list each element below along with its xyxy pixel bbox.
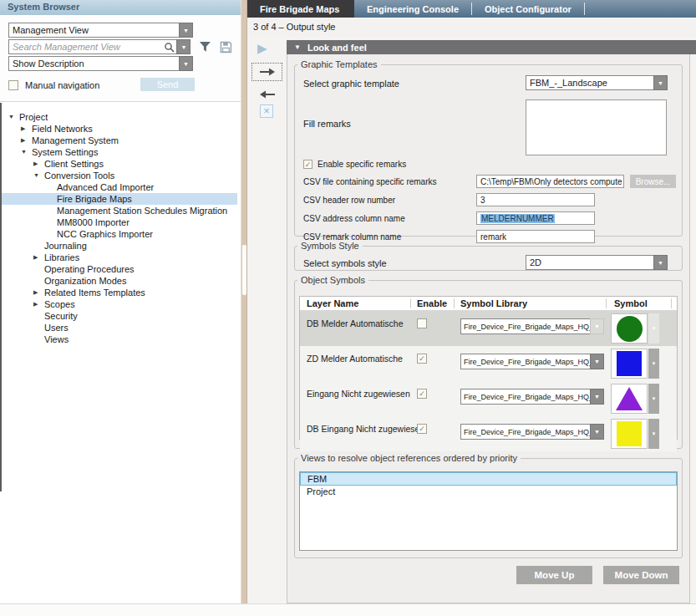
tree-item-operating-procedures[interactable]: Operating Procedures	[0, 263, 237, 275]
show-description-dropdown[interactable]: Show Description ▼	[8, 56, 193, 71]
arrow-right-icon	[259, 68, 276, 76]
chevron-down-icon[interactable]: ▼	[653, 255, 668, 270]
chevron-down-icon[interactable]: ▼	[179, 56, 193, 71]
symbol-preview[interactable]	[611, 419, 648, 449]
csv-header-value: 3	[480, 196, 485, 205]
search-input[interactable]: Search Management View ▼	[8, 39, 191, 54]
look-and-feel-section-header[interactable]: ▼ Look and feel	[287, 40, 696, 54]
tree-collapsed-icon[interactable]: ▶	[33, 298, 44, 310]
tree-item-advanced-cad-importer[interactable]: Advanced Cad Importer	[0, 181, 237, 193]
column-separator	[410, 298, 411, 308]
chevron-down-icon[interactable]: ▼	[653, 75, 668, 90]
symbol-row-db-melder-automatische[interactable]: DB Melder AutomatischeFire_Device_Fire_B…	[300, 311, 677, 346]
tab-fire-brigade-maps[interactable]: Fire Brigade Maps	[247, 0, 354, 18]
symbol-dropdown-button[interactable]: ▼	[648, 313, 659, 344]
tree-item-conversion-tools[interactable]: ▼Conversion Tools	[0, 170, 237, 181]
tree-expanded-icon[interactable]: ▼	[21, 146, 32, 158]
tree-item-security[interactable]: Security	[0, 310, 237, 322]
tree-item-label: Field Networks	[32, 123, 93, 135]
management-view-dropdown[interactable]: Management View ▼	[8, 23, 193, 38]
enable-checkbox[interactable]	[417, 318, 427, 328]
manual-navigation-checkbox[interactable]	[8, 80, 18, 90]
column-header-layer-name: Layer Name	[307, 298, 358, 308]
move-down-button[interactable]: Move Down	[603, 566, 679, 584]
tree-item-fire-brigade-maps[interactable]: Fire Brigade Maps	[0, 193, 237, 205]
tree-item-ncc-graphics-importer[interactable]: NCC Graphics Importer	[0, 228, 237, 240]
view-list-item-fbm[interactable]: FBM	[300, 472, 677, 486]
tree-collapsed-icon[interactable]: ▶	[21, 123, 32, 135]
graphic-templates-legend: Graphic Templates	[297, 59, 381, 69]
symbols-style-group: Symbols Style Select symbols style 2D ▼	[294, 241, 683, 271]
view-list-item-project[interactable]: Project	[300, 486, 677, 499]
column-header-symbol: Symbol	[614, 298, 648, 308]
enable-checkbox[interactable]	[417, 354, 427, 364]
enable-checkbox[interactable]	[417, 389, 427, 399]
close-icon[interactable]: ×	[260, 104, 273, 118]
symbol-dropdown-button[interactable]: ▼	[648, 349, 659, 379]
symbol-preview[interactable]	[611, 384, 648, 414]
tree-item-journaling[interactable]: Journaling	[0, 240, 237, 252]
csv-header-input[interactable]: 3	[476, 193, 595, 206]
search-field[interactable]: Search Management View	[8, 39, 176, 54]
csv-address-label: CSV address column name	[303, 214, 405, 223]
tree-item-views[interactable]: Views	[0, 333, 237, 345]
enable-remarks-checkbox[interactable]	[303, 160, 312, 169]
symbol-library-dropdown[interactable]: Fire_Device_Fire_Brigade_Maps_HQ_1▼	[460, 424, 604, 440]
tree-item-organization-modes[interactable]: Organization Modes	[0, 275, 237, 287]
chevron-down-icon[interactable]: ▼	[176, 39, 191, 54]
chevron-down-icon[interactable]: ▼	[590, 424, 604, 440]
tree-item-users[interactable]: Users	[0, 322, 237, 333]
csv-file-input[interactable]: C:\Temp\FBM\Only detectors compute min a…	[476, 175, 624, 188]
splitter-scrollbar-thumb[interactable]	[242, 245, 246, 295]
tree-item-field-networks[interactable]: ▶Field Networks	[0, 123, 237, 135]
tree-collapsed-icon[interactable]: ▶	[33, 158, 44, 170]
tree-expanded-icon[interactable]: ▼	[33, 170, 44, 181]
tree-item-libraries[interactable]: ▶Libraries	[0, 252, 237, 263]
enable-checkbox[interactable]	[417, 424, 427, 434]
move-up-button[interactable]: Move Up	[516, 566, 592, 584]
tree-item-scopes[interactable]: ▶Scopes	[0, 298, 237, 310]
save-icon[interactable]	[220, 41, 232, 53]
tree-expanded-icon[interactable]: ▼	[8, 111, 19, 123]
symbol-row-zd-melder-automatische[interactable]: ZD Melder AutomatischeFire_Device_Fire_B…	[300, 346, 677, 381]
tree-item-client-settings[interactable]: ▶Client Settings	[0, 158, 237, 170]
tab-engineering-console[interactable]: Engineering Console	[354, 0, 471, 18]
tree-item-label: Journaling	[44, 240, 87, 252]
symbol-library-dropdown[interactable]: Fire_Device_Fire_Brigade_Maps_HQ_1▼	[460, 389, 604, 405]
tree-collapsed-icon[interactable]: ▶	[33, 287, 44, 298]
panel-splitter[interactable]	[241, 0, 247, 616]
tree-item-label: MM8000 Importer	[57, 216, 130, 228]
symbol-preview[interactable]	[611, 349, 648, 379]
chevron-down-icon[interactable]: ▼	[179, 23, 193, 38]
tree-item-related-items-templates[interactable]: ▶Related Items Templates	[0, 287, 237, 298]
symbol-row-eingang-nicht-zugewiesen[interactable]: Eingang Nicht zugewiesenFire_Device_Fire…	[300, 381, 677, 416]
symbol-library-dropdown[interactable]: Fire_Device_Fire_Brigade_Maps_HQ_1▼	[460, 318, 604, 334]
tree-item-system-settings[interactable]: ▼System Settings	[0, 146, 237, 158]
fill-remarks-textarea[interactable]	[526, 99, 667, 155]
symbols-style-dropdown[interactable]: 2D ▼	[526, 255, 668, 270]
symbol-row-db-eingang-nicht-zugewiesen[interactable]: DB Eingang Nicht zugewiesenFire_Device_F…	[300, 416, 677, 451]
chevron-down-icon[interactable]: ▼	[590, 318, 604, 334]
symbol-dropdown-button[interactable]: ▼	[648, 419, 659, 449]
send-button[interactable]: Send	[140, 78, 195, 91]
tree-item-management-station-schedules-migration[interactable]: Management Station Schedules Migration	[0, 205, 237, 216]
tree-item-project[interactable]: ▼Project	[0, 111, 237, 123]
tree-collapsed-icon[interactable]: ▶	[33, 252, 44, 263]
tree-item-management-system[interactable]: ▶Management System	[0, 135, 237, 146]
csv-address-input[interactable]: MELDERNUMMER	[476, 211, 595, 225]
symbol-dropdown-button[interactable]: ▼	[648, 384, 659, 414]
tab-object-configurator[interactable]: Object Configurator	[472, 0, 584, 18]
previous-step-button[interactable]	[251, 88, 282, 101]
next-step-button[interactable]	[251, 63, 282, 81]
panel-edge-line	[0, 103, 2, 491]
chevron-down-icon[interactable]: ▼	[590, 354, 604, 369]
symbol-preview[interactable]	[611, 313, 648, 344]
symbols-style-label: Select symbols style	[303, 258, 387, 268]
tree-item-mm8000-importer[interactable]: MM8000 Importer	[0, 216, 237, 228]
graphic-template-dropdown[interactable]: FBM_-_Landscape ▼	[526, 75, 668, 90]
symbol-library-dropdown[interactable]: Fire_Device_Fire_Brigade_Maps_HQ_1▼	[460, 354, 604, 369]
chevron-down-icon[interactable]: ▼	[590, 389, 604, 405]
browse-button[interactable]: Browse...	[630, 175, 676, 188]
filter-icon[interactable]	[199, 41, 211, 53]
tree-collapsed-icon[interactable]: ▶	[21, 135, 32, 146]
